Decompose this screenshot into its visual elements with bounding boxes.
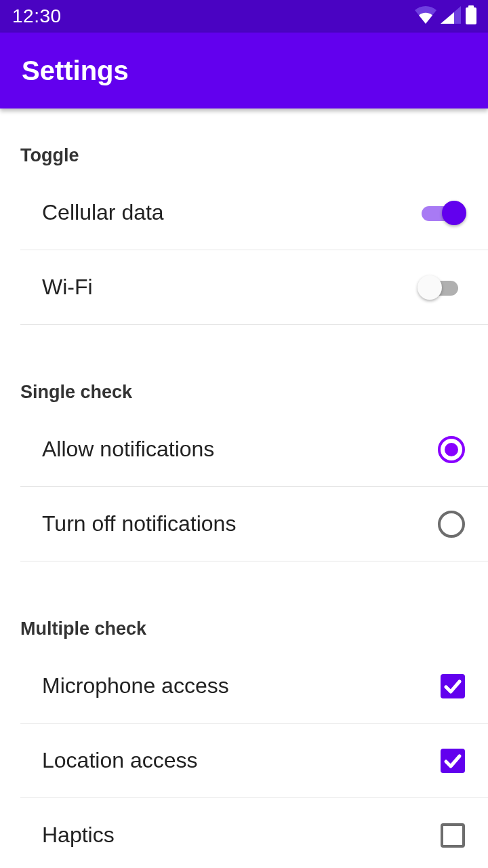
status-bar: 12:30 xyxy=(0,0,488,33)
check-icon xyxy=(442,750,464,772)
switch-cellular-data[interactable] xyxy=(419,199,465,226)
row-cellular-data[interactable]: Cellular data xyxy=(20,176,488,250)
section-header-single: Single check xyxy=(0,366,488,412)
checkbox-haptics[interactable] xyxy=(441,823,465,848)
row-location-access[interactable]: Location access xyxy=(20,724,488,798)
row-allow-notifications[interactable]: Allow notifications xyxy=(20,412,488,487)
status-icons xyxy=(415,5,477,27)
row-label: Wi-Fi xyxy=(42,275,93,300)
row-label: Haptics xyxy=(42,823,115,848)
section-gap xyxy=(0,325,488,366)
wifi-icon xyxy=(415,6,436,26)
signal-icon xyxy=(441,6,461,26)
row-wifi[interactable]: Wi-Fi xyxy=(20,250,488,325)
section-gap xyxy=(0,561,488,602)
row-label: Location access xyxy=(42,748,197,773)
switch-thumb xyxy=(418,275,442,300)
row-turn-off-notifications[interactable]: Turn off notifications xyxy=(20,487,488,561)
section-header-multiple: Multiple check xyxy=(0,602,488,649)
checkbox-microphone-access[interactable] xyxy=(441,674,465,698)
settings-content: Toggle Cellular data Wi-Fi Single check … xyxy=(0,108,488,868)
app-bar: Settings xyxy=(0,33,488,108)
row-microphone-access[interactable]: Microphone access xyxy=(20,649,488,724)
row-label: Cellular data xyxy=(42,200,164,225)
checkbox-location-access[interactable] xyxy=(441,749,465,773)
check-icon xyxy=(442,675,464,697)
page-title: Settings xyxy=(22,56,129,86)
radio-turn-off-notifications[interactable] xyxy=(438,511,465,538)
row-label: Turn off notifications xyxy=(42,511,236,536)
row-label: Allow notifications xyxy=(42,437,214,462)
status-time: 12:30 xyxy=(12,5,62,27)
switch-wifi[interactable] xyxy=(419,274,465,301)
switch-thumb xyxy=(442,201,466,225)
row-label: Microphone access xyxy=(42,673,229,698)
radio-allow-notifications[interactable] xyxy=(438,436,465,463)
battery-icon xyxy=(465,5,477,27)
row-haptics[interactable]: Haptics xyxy=(20,798,488,868)
section-header-toggle: Toggle xyxy=(0,129,488,176)
svg-rect-1 xyxy=(466,7,476,24)
